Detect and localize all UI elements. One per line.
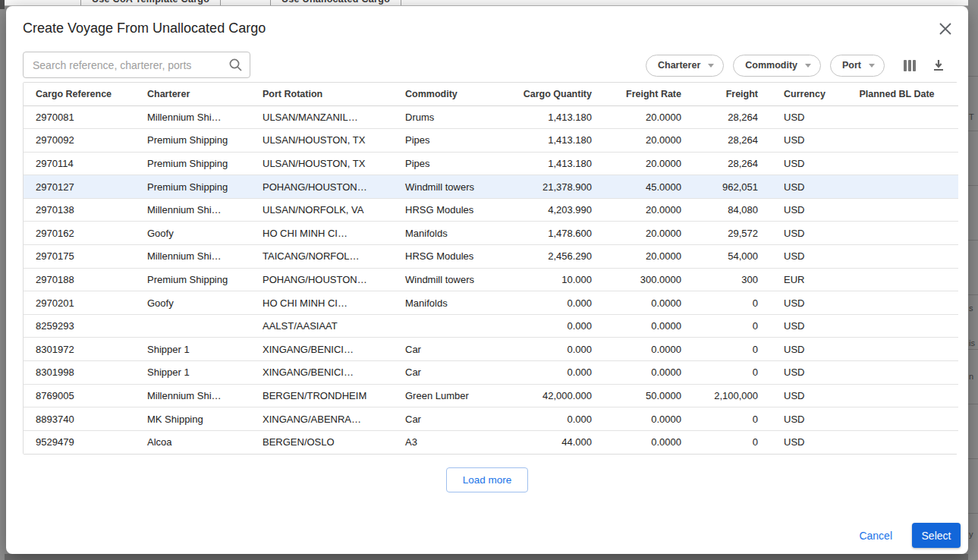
search-box: [23, 52, 250, 78]
table-row[interactable]: 9529479AlcoaBERGEN/OSLOA344.0000.00000US…: [24, 430, 958, 454]
cargo-table-container: Cargo ReferenceChartererPort RotationCom…: [23, 82, 958, 455]
table-row[interactable]: 8259293AALST/AASIAAT0.0000.00000USD: [24, 314, 958, 338]
toolbar: Charterer Commodity Port: [23, 52, 948, 79]
cell-currency: USD: [767, 105, 835, 129]
cell-cargo_reference: 8301998: [24, 361, 135, 385]
load-more-button[interactable]: Load more: [446, 467, 529, 492]
cell-cargo_quantity: 10.000: [502, 268, 601, 291]
cell-freight_rate: 0.0000: [601, 338, 690, 361]
cell-port_rotation: HO CHI MINH CI…: [250, 222, 393, 245]
toolbar-right-group: Charterer Commodity Port: [646, 53, 948, 77]
column-header-commodity[interactable]: Commodity: [393, 83, 502, 105]
column-header-freight[interactable]: Freight: [690, 83, 767, 105]
filter-charterer-label: Charterer: [658, 60, 700, 71]
cell-freight: 2,100,000: [690, 384, 767, 407]
cell-freight_rate: 20.0000: [601, 245, 690, 269]
dialog-title: Create Voyage From Unallocated Cargo: [23, 20, 266, 36]
cell-currency: USD: [767, 314, 835, 338]
table-row[interactable]: 2970175Millennium Shi…TAICANG/NORFOL…HRS…: [24, 245, 958, 269]
cell-cargo_quantity: 4,203.990: [502, 198, 601, 222]
cell-planned_bl_date: [835, 222, 958, 245]
cell-freight: 0: [690, 407, 767, 431]
cell-freight_rate: 20.0000: [601, 129, 690, 153]
cell-port_rotation: ULSAN/NORFOLK, VA: [250, 198, 393, 222]
cell-freight: 28,264: [690, 152, 767, 175]
table-row[interactable]: 2970138Millennium Shi…ULSAN/NORFOLK, VAH…: [24, 198, 958, 222]
column-header-cargo_quantity[interactable]: Cargo Quantity: [502, 83, 601, 105]
cell-freight_rate: 20.0000: [601, 198, 690, 222]
cell-planned_bl_date: [835, 314, 958, 338]
cell-port_rotation: ULSAN/HOUSTON, TX: [250, 129, 393, 153]
download-icon[interactable]: [929, 55, 948, 75]
background-text-fragment: y: [969, 530, 973, 539]
cell-planned_bl_date: [835, 175, 958, 199]
cell-cargo_quantity: 1,413.180: [502, 129, 601, 153]
cell-freight_rate: 0.0000: [601, 430, 690, 454]
filter-charterer[interactable]: Charterer: [646, 55, 724, 77]
cell-commodity: A3: [393, 430, 502, 454]
cell-cargo_reference: 2970081: [24, 105, 135, 129]
cell-planned_bl_date: [835, 384, 958, 407]
column-header-cargo_reference[interactable]: Cargo Reference: [24, 83, 135, 105]
columns-icon[interactable]: [900, 55, 920, 75]
cell-cargo_reference: 2970201: [24, 291, 135, 315]
table-row[interactable]: 2970114Premium ShippingULSAN/HOUSTON, TX…: [24, 152, 958, 175]
search-icon: [228, 58, 243, 75]
table-row[interactable]: 8301972Shipper 1XINGANG/BENICI…Car0.0000…: [24, 338, 958, 361]
cell-charterer: [135, 314, 250, 338]
cell-cargo_quantity: 1,478.600: [502, 222, 601, 245]
table-row[interactable]: 8769005Millennium Shi…BERGEN/TRONDHEIMGr…: [24, 384, 958, 407]
table-row[interactable]: 2970092Premium ShippingULSAN/HOUSTON, TX…: [24, 129, 958, 153]
cell-commodity: Car: [393, 338, 502, 361]
filter-commodity[interactable]: Commodity: [733, 55, 821, 77]
table-row[interactable]: 2970201GoofyHO CHI MINH CI…Manifolds0.00…: [24, 291, 958, 315]
column-header-planned_bl_date[interactable]: Planned BL Date: [835, 83, 958, 105]
cell-port_rotation: TAICANG/NORFOL…: [250, 245, 393, 269]
table-row[interactable]: 8893740MK ShippingXINGANG/ABENRA…Car0.00…: [24, 407, 958, 431]
cell-cargo_reference: 8769005: [24, 384, 135, 407]
cell-freight: 28,264: [690, 105, 767, 129]
column-header-freight_rate[interactable]: Freight Rate: [601, 83, 690, 105]
cell-cargo_quantity: 0.000: [502, 407, 601, 431]
table-row[interactable]: 2970188Premium ShippingPOHANG/HOUSTON…Wi…: [24, 268, 958, 291]
cell-port_rotation: ULSAN/HOUSTON, TX: [250, 152, 393, 175]
cell-cargo_quantity: 1,413.180: [502, 105, 601, 129]
column-header-charterer[interactable]: Charterer: [135, 83, 250, 105]
cell-cargo_reference: 2970175: [24, 245, 135, 269]
background-row-line: [968, 240, 978, 241]
cancel-button[interactable]: Cancel: [859, 530, 892, 542]
column-header-port_rotation[interactable]: Port Rotation: [250, 83, 393, 105]
cell-planned_bl_date: [835, 430, 958, 454]
cell-port_rotation: BERGEN/TRONDHEIM: [250, 384, 393, 407]
search-input[interactable]: [23, 52, 250, 78]
cell-cargo_reference: 8301972: [24, 338, 135, 361]
cell-cargo_reference: 2970188: [24, 268, 135, 291]
cell-freight: 0: [690, 314, 767, 338]
background-text-fragment: n: [969, 372, 973, 381]
close-icon[interactable]: [935, 18, 956, 39]
cell-planned_bl_date: [835, 245, 958, 269]
select-button[interactable]: Select: [912, 523, 961, 548]
cell-freight: 0: [690, 338, 767, 361]
filter-port-label: Port: [842, 60, 861, 71]
cell-port_rotation: XINGANG/BENICI…: [250, 338, 393, 361]
background-row-line: [968, 349, 978, 350]
table-row[interactable]: 2970162GoofyHO CHI MINH CI…Manifolds1,47…: [24, 222, 958, 245]
cell-freight_rate: 300.0000: [601, 268, 690, 291]
table-row[interactable]: 2970081Millennium Shi…ULSAN/MANZANIL…Dru…: [24, 105, 958, 129]
cell-freight_rate: 20.0000: [601, 222, 690, 245]
background-row-line: [968, 294, 978, 295]
filter-port[interactable]: Port: [830, 55, 885, 77]
cell-cargo_reference: 2970138: [24, 198, 135, 222]
column-header-currency[interactable]: Currency: [767, 83, 835, 105]
cell-freight: 0: [690, 430, 767, 454]
table-row[interactable]: 2970127Premium ShippingPOHANG/HOUSTON…Wi…: [24, 175, 958, 199]
background-text-fragment: T: [969, 112, 974, 121]
cell-freight: 84,080: [690, 198, 767, 222]
cell-commodity: Car: [393, 407, 502, 431]
chevron-down-icon: [708, 64, 714, 68]
cell-commodity: Pipes: [393, 129, 502, 153]
cell-currency: USD: [767, 129, 835, 153]
table-row[interactable]: 8301998Shipper 1XINGANG/BENICI…Car0.0000…: [24, 361, 958, 385]
cell-commodity: Car: [393, 361, 502, 385]
